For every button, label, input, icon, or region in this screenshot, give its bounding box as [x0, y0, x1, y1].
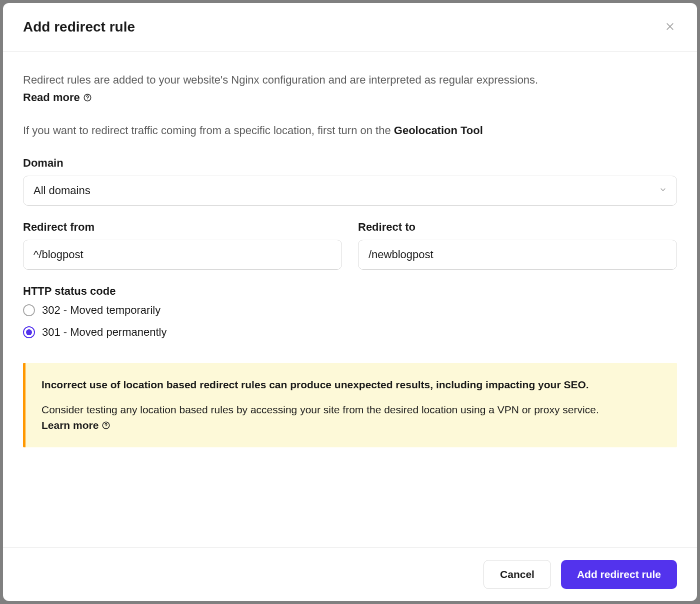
redirect-row: Redirect from Redirect to — [23, 221, 677, 285]
learn-more-link[interactable]: Learn more — [42, 417, 110, 433]
radio-circle-icon — [23, 304, 35, 316]
redirect-from-label: Redirect from — [23, 221, 342, 234]
domain-select-wrapper — [23, 176, 677, 206]
domain-group: Domain — [23, 157, 677, 206]
warning-line2: Consider testing any location based rule… — [42, 402, 661, 433]
help-icon — [83, 93, 92, 102]
help-icon — [102, 421, 110, 430]
warning-line2-text: Consider testing any location based rule… — [42, 404, 599, 415]
modal-footer: Cancel Add redirect rule — [3, 547, 697, 601]
add-redirect-rule-button[interactable]: Add redirect rule — [561, 560, 677, 589]
radio-circle-icon — [23, 326, 35, 338]
read-more-label: Read more — [23, 91, 80, 104]
domain-label: Domain — [23, 157, 677, 170]
svg-point-5 — [106, 427, 106, 427]
close-icon — [665, 22, 675, 33]
redirect-to-label: Redirect to — [358, 221, 677, 234]
status-code-radio-group: 302 - Moved temporarily 301 - Moved perm… — [23, 304, 677, 339]
redirect-to-input[interactable] — [358, 240, 677, 270]
redirect-from-input[interactable] — [23, 240, 342, 270]
radio-302-label: 302 - Moved temporarily — [42, 304, 160, 317]
redirect-from-group: Redirect from — [23, 221, 342, 270]
status-code-label: HTTP status code — [23, 285, 677, 298]
geolocation-tool-label: Geolocation Tool — [394, 124, 483, 137]
modal-title: Add redirect rule — [23, 19, 135, 35]
intro-description: Redirect rules are added to your website… — [23, 72, 677, 88]
warning-line1: Incorrect use of location based redirect… — [42, 377, 661, 393]
geo-text-prefix: If you want to redirect traffic coming f… — [23, 124, 394, 137]
radio-302[interactable]: 302 - Moved temporarily — [23, 304, 677, 317]
cancel-button[interactable]: Cancel — [484, 560, 551, 589]
modal-header: Add redirect rule — [3, 3, 697, 52]
radio-301-label: 301 - Moved permanently — [42, 326, 166, 339]
redirect-to-group: Redirect to — [358, 221, 677, 270]
modal-body: Redirect rules are added to your website… — [3, 52, 697, 547]
add-redirect-rule-modal: Add redirect rule Redirect rules are add… — [3, 3, 697, 601]
learn-more-label: Learn more — [42, 417, 98, 433]
domain-select[interactable] — [23, 176, 677, 206]
status-code-group: HTTP status code 302 - Moved temporarily… — [23, 285, 677, 339]
radio-301[interactable]: 301 - Moved permanently — [23, 326, 677, 339]
close-button[interactable] — [663, 20, 677, 35]
warning-box: Incorrect use of location based redirect… — [23, 363, 677, 447]
geolocation-hint: If you want to redirect traffic coming f… — [23, 122, 677, 139]
svg-point-3 — [87, 99, 88, 100]
read-more-link[interactable]: Read more — [23, 91, 92, 104]
